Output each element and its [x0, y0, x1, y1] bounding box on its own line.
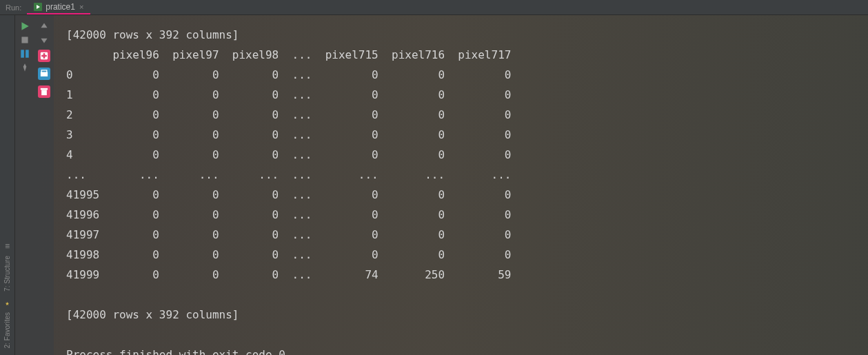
run-label: Run: — [0, 3, 27, 12]
output-row: 4 0 0 0 ... 0 0 0 — [66, 148, 511, 161]
output-row: 41995 0 0 0 ... 0 0 0 — [66, 188, 511, 201]
top-bar: Run: pratice1 × — [0, 0, 868, 15]
output-row: 41998 0 0 0 ... 0 0 0 — [66, 248, 511, 261]
output-row: 2 0 0 0 ... 0 0 0 — [66, 108, 511, 121]
star-icon[interactable] — [3, 298, 12, 308]
down-arrow-icon[interactable] — [39, 35, 50, 45]
python-file-icon — [34, 3, 42, 11]
svg-rect-9 — [41, 90, 47, 95]
svg-rect-3 — [26, 50, 29, 57]
output-row: ... ... ... ... ... ... ... ... — [66, 168, 511, 181]
rerun-icon[interactable] — [19, 21, 30, 31]
output-row: 3 0 0 0 ... 0 0 0 — [66, 128, 511, 141]
output-header: pixel96 pixel97 pixel98 ... pixel715 pix… — [66, 48, 511, 61]
favorites-tool-label[interactable]: 2: Favorites — [3, 312, 11, 348]
structure-tool-label[interactable]: 7: Structure — [3, 256, 11, 292]
output-row: 41996 0 0 0 ... 0 0 0 — [66, 208, 511, 221]
toggle-breakpoint-icon[interactable] — [38, 50, 50, 62]
tab-label: pratice1 — [46, 2, 75, 12]
svg-rect-8 — [41, 70, 47, 73]
output-shape-2: [42000 rows x 392 columns] — [66, 308, 239, 321]
svg-rect-2 — [21, 50, 24, 57]
nav-gutter — [34, 15, 54, 355]
trash-icon[interactable] — [38, 85, 50, 98]
output-shape-1: [42000 rows x 392 columns] — [66, 28, 239, 41]
svg-rect-1 — [21, 37, 28, 43]
structure-icon[interactable] — [3, 242, 12, 252]
output-row: 1 0 0 0 ... 0 0 0 — [66, 88, 511, 101]
output-row: 41997 0 0 0 ... 0 0 0 — [66, 228, 511, 241]
exit-message: Process finished with exit code 0 — [66, 348, 285, 355]
output-row: 0 0 0 0 ... 0 0 0 — [66, 68, 511, 81]
layout-icon[interactable] — [19, 49, 30, 59]
up-arrow-icon[interactable] — [39, 21, 50, 31]
run-tab[interactable]: pratice1 × — [27, 0, 90, 14]
svg-rect-10 — [41, 88, 48, 90]
stop-icon[interactable] — [19, 35, 30, 45]
left-sidebar: 7: Structure 2: Favorites — [0, 15, 15, 355]
print-icon[interactable] — [38, 68, 50, 80]
pin-icon[interactable] — [19, 63, 30, 72]
console-output[interactable]: [42000 rows x 392 columns] pixel96 pixel… — [54, 15, 868, 355]
close-icon[interactable]: × — [79, 3, 83, 11]
output-row: 41999 0 0 0 ... 74 250 59 — [66, 268, 511, 281]
run-gutter — [15, 15, 34, 355]
